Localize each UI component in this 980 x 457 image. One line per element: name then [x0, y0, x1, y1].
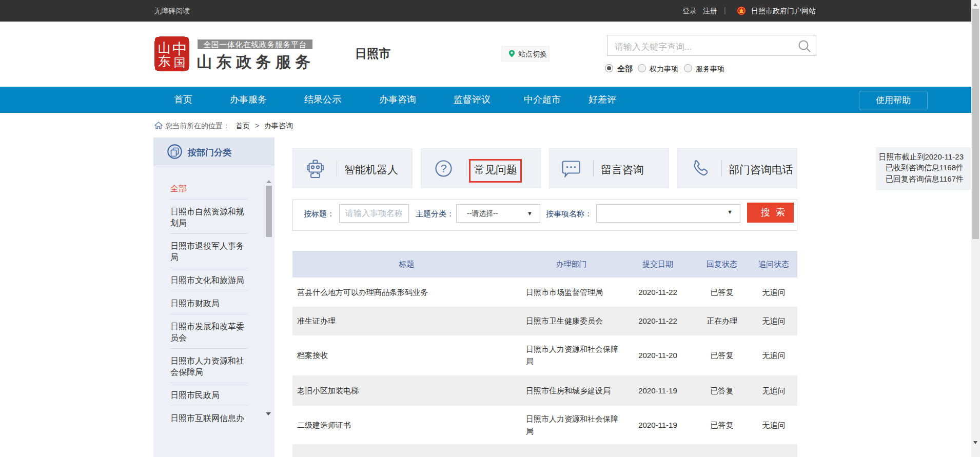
svg-text:?: ?	[440, 162, 446, 175]
svg-text:山: 山	[158, 41, 171, 55]
svg-text:东: 东	[158, 54, 171, 68]
svg-text:中: 中	[172, 41, 187, 57]
svg-text:国: 国	[174, 56, 186, 69]
